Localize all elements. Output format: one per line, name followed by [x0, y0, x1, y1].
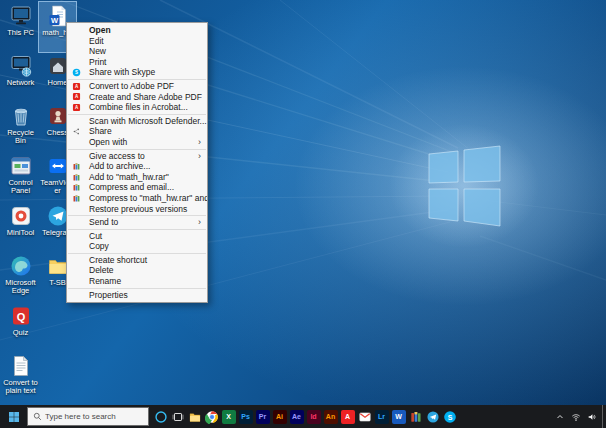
- taskbar-excel-icon[interactable]: X: [220, 405, 237, 428]
- menu-item-convert-to-adobe-pdf[interactable]: AConvert to Adobe PDF: [67, 81, 207, 92]
- desktop-icon-label: Home: [47, 79, 67, 87]
- blank-icon: [72, 241, 82, 252]
- blank-icon: [72, 217, 82, 228]
- skype-icon: S: [72, 67, 82, 78]
- submenu-arrow-icon: ›: [198, 217, 201, 228]
- taskbar-winrar-icon[interactable]: [407, 405, 424, 428]
- taskbar-animate-icon[interactable]: An: [322, 405, 339, 428]
- submenu-arrow-icon: ›: [198, 137, 201, 148]
- menu-item-cut[interactable]: Cut: [67, 231, 207, 242]
- menu-separator: [68, 79, 206, 80]
- menu-item-give-access-to[interactable]: Give access to›: [67, 151, 207, 162]
- blank-icon: [72, 265, 82, 276]
- blank-icon: [72, 46, 82, 57]
- taskbar-search[interactable]: [27, 407, 149, 426]
- menu-item-label: Open with: [89, 137, 127, 147]
- control-panel-icon: [9, 154, 33, 178]
- show-desktop-button[interactable]: [602, 405, 606, 428]
- quiz-icon: Q: [9, 304, 33, 328]
- menu-item-label: Rename: [89, 276, 121, 286]
- hidden-icons-icon[interactable]: [555, 412, 565, 422]
- desktop-icon-recycle-bin[interactable]: Recycle Bin: [2, 102, 39, 152]
- menu-item-combine-files-in-acrobat[interactable]: ACombine files in Acrobat...: [67, 102, 207, 113]
- menu-item-label: Share: [89, 126, 112, 136]
- menu-item-copy[interactable]: Copy: [67, 241, 207, 252]
- menu-item-rename[interactable]: Rename: [67, 276, 207, 287]
- desktop-icon-label: T-SB: [49, 279, 66, 287]
- menu-item-open-with[interactable]: Open with›: [67, 137, 207, 148]
- menu-item-add-to-math-hw-rar[interactable]: Add to "math_hw.rar": [67, 172, 207, 183]
- taskbar-skype-icon[interactable]: S: [441, 405, 458, 428]
- blank-icon: [72, 137, 82, 148]
- search-input[interactable]: [45, 412, 143, 421]
- taskbar-pins: XPsPrAiAeIdAnALrWS: [152, 405, 458, 428]
- taskbar-tray: [555, 412, 602, 422]
- desktop-icon-label: Recycle Bin: [2, 129, 39, 145]
- menu-item-scan-with-microsoft-defender[interactable]: Scan with Microsoft Defender...: [67, 116, 207, 127]
- taskbar-after-effects-icon[interactable]: Ae: [288, 405, 305, 428]
- minitool-icon: [9, 204, 33, 228]
- desktop-icon-label: Microsoft Edge: [2, 279, 39, 295]
- menu-item-label: Scan with Microsoft Defender...: [89, 116, 207, 126]
- menu-item-label: Send to: [89, 217, 118, 227]
- volume-icon[interactable]: [587, 412, 597, 422]
- start-button[interactable]: [0, 405, 27, 428]
- menu-item-add-to-archive[interactable]: Add to archive...: [67, 161, 207, 172]
- desktop-icon-control-panel[interactable]: Control Panel: [2, 152, 39, 202]
- desktop-icon-convert-to-plain-text[interactable]: Convert to plain text: [2, 352, 39, 402]
- desktop-icon-this-pc[interactable]: This PC: [2, 2, 39, 52]
- taskbar-acrobat-icon[interactable]: A: [339, 405, 356, 428]
- taskbar-chrome-icon[interactable]: [203, 405, 220, 428]
- taskbar-indesign-icon[interactable]: Id: [305, 405, 322, 428]
- blank-icon: [72, 116, 82, 127]
- desktop-icon-minitool[interactable]: MiniTool: [2, 202, 39, 252]
- adobe-pdf-icon: A: [72, 81, 82, 92]
- menu-item-label: Add to "math_hw.rar": [89, 172, 169, 182]
- menu-item-label: Give access to: [89, 151, 145, 161]
- desktop-icon-microsoft-edge[interactable]: Microsoft Edge: [2, 252, 39, 302]
- menu-item-new[interactable]: New: [67, 46, 207, 57]
- network-icon[interactable]: [571, 412, 581, 422]
- desktop[interactable]: This PCNetworkRecycle BinControl PanelMi…: [0, 0, 606, 405]
- menu-item-label: Print: [89, 57, 106, 67]
- desktop-icon-network[interactable]: Network: [2, 52, 39, 102]
- menu-item-share-with-skype[interactable]: SShare with Skype: [67, 67, 207, 78]
- menu-item-label: Convert to Adobe PDF: [89, 81, 174, 91]
- menu-item-share[interactable]: Share: [67, 126, 207, 137]
- menu-item-properties[interactable]: Properties: [67, 290, 207, 301]
- this-pc-icon: [9, 4, 33, 28]
- menu-separator: [68, 114, 206, 115]
- text-file-icon: [9, 354, 33, 378]
- menu-item-label: Create shortcut: [89, 255, 147, 265]
- taskbar-lightroom-icon[interactable]: Lr: [373, 405, 390, 428]
- menu-item-open[interactable]: Open: [67, 25, 207, 36]
- menu-item-send-to[interactable]: Send to›: [67, 217, 207, 228]
- menu-item-edit[interactable]: Edit: [67, 36, 207, 47]
- taskbar-task-view-icon[interactable]: [169, 405, 186, 428]
- search-icon: [33, 412, 42, 421]
- taskbar-file-explorer-icon[interactable]: [186, 405, 203, 428]
- menu-item-print[interactable]: Print: [67, 57, 207, 68]
- menu-item-label: Copy: [89, 241, 109, 251]
- taskbar-gmail-icon[interactable]: [356, 405, 373, 428]
- taskbar-premiere-icon[interactable]: Pr: [254, 405, 271, 428]
- taskbar: XPsPrAiAeIdAnALrWS: [0, 405, 606, 428]
- menu-item-create-and-share-adobe-pdf[interactable]: ACreate and Share Adobe PDF: [67, 92, 207, 103]
- desktop-column-1: This PCNetworkRecycle BinControl PanelMi…: [2, 2, 39, 402]
- blank-icon: [72, 25, 82, 36]
- menu-item-delete[interactable]: Delete: [67, 265, 207, 276]
- winrar-icon: [72, 193, 82, 204]
- taskbar-photoshop-icon[interactable]: Ps: [237, 405, 254, 428]
- svg-text:Q: Q: [16, 311, 25, 323]
- taskbar-word-icon[interactable]: W: [390, 405, 407, 428]
- menu-item-compress-and-email[interactable]: Compress and email...: [67, 182, 207, 193]
- menu-separator: [68, 215, 206, 216]
- blank-icon: [72, 57, 82, 68]
- menu-item-restore-previous-versions[interactable]: Restore previous versions: [67, 204, 207, 215]
- menu-item-compress-to-math-hw-rar-and-email[interactable]: Compress to "math_hw.rar" and email: [67, 193, 207, 204]
- taskbar-cortana-icon[interactable]: [152, 405, 169, 428]
- taskbar-illustrator-icon[interactable]: Ai: [271, 405, 288, 428]
- taskbar-telegram-pin-icon[interactable]: [424, 405, 441, 428]
- desktop-icon-quiz[interactable]: QQuiz: [2, 302, 39, 352]
- menu-item-create-shortcut[interactable]: Create shortcut: [67, 255, 207, 266]
